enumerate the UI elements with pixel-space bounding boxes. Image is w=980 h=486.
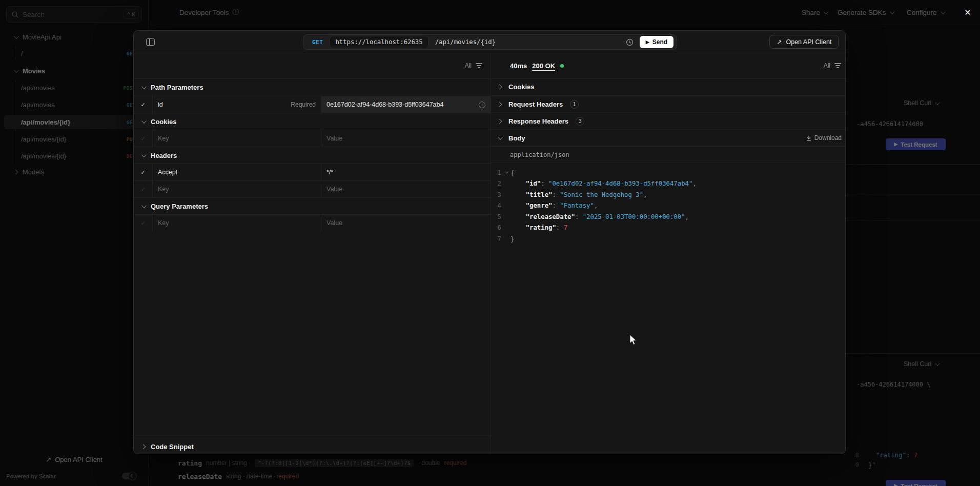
section-headers[interactable]: Headers bbox=[134, 147, 491, 164]
row-checkbox-unchecked[interactable]: ✓ bbox=[134, 181, 152, 197]
chevron-right-icon bbox=[497, 85, 502, 90]
section-body[interactable]: Body Download bbox=[491, 129, 846, 146]
fold-chevron-icon[interactable] bbox=[501, 171, 511, 174]
section-title: Code Snippet bbox=[151, 443, 194, 451]
send-button[interactable]: ▶ Send bbox=[640, 36, 673, 48]
method-badge-get: GET bbox=[303, 39, 330, 46]
section-response-headers[interactable]: Response Headers 3 bbox=[491, 112, 846, 129]
param-key-cell[interactable]: Key bbox=[152, 130, 321, 147]
close-icon[interactable]: ✕ bbox=[957, 0, 978, 25]
row-checkbox-checked[interactable]: ✓ bbox=[134, 164, 152, 180]
filter-icon bbox=[834, 63, 841, 68]
param-value-cell[interactable]: */* bbox=[321, 164, 491, 180]
param-value-cell[interactable]: Value bbox=[321, 181, 491, 197]
section-title: Query Parameters bbox=[151, 202, 208, 210]
param-key-cell[interactable]: Accept bbox=[152, 164, 321, 180]
param-value: */* bbox=[326, 169, 333, 176]
section-cookies[interactable]: Cookies bbox=[134, 113, 491, 130]
section-title: Path Parameters bbox=[151, 84, 203, 91]
section-title: Response Headers bbox=[508, 117, 568, 125]
address-bar[interactable]: GET https://localhost:62635 /api/movies/… bbox=[303, 34, 677, 50]
request-filter[interactable]: All bbox=[134, 53, 491, 78]
code-line: 3 "title": "Sonic the Hedgehog 3", bbox=[491, 189, 846, 200]
status-badge[interactable]: 200 OK bbox=[532, 62, 555, 70]
param-value-cell[interactable]: 0e167d02-af94-4d68-b393-d5ff03647ab4 i bbox=[321, 96, 491, 113]
response-body-code: 1{2 "id": "0e167d02-af94-4d68-b393-d5ff0… bbox=[491, 167, 846, 245]
open-api-client-button[interactable]: ↗ Open API Client bbox=[769, 35, 839, 49]
chevron-right-icon bbox=[497, 102, 502, 107]
param-key-cell[interactable]: Key bbox=[152, 215, 321, 231]
section-path-parameters[interactable]: Path Parameters bbox=[134, 79, 491, 96]
chevron-down-icon bbox=[141, 203, 147, 208]
code-line: 2 "id": "0e167d02-af94-4d68-b393-d5ff036… bbox=[491, 178, 846, 190]
section-title: Cookies bbox=[508, 83, 535, 91]
key-placeholder: Key bbox=[158, 135, 169, 142]
section-code-snippet[interactable]: Code Snippet bbox=[134, 438, 491, 454]
response-meta-bar: 40ms 200 OK All bbox=[491, 53, 846, 78]
required-label: Required bbox=[291, 101, 316, 108]
code-line: 7} bbox=[491, 233, 846, 245]
play-icon: ▶ bbox=[646, 40, 649, 45]
value-placeholder: Value bbox=[326, 219, 342, 227]
param-value: 0e167d02-af94-4d68-b393-d5ff03647ab4 bbox=[326, 101, 443, 108]
count-badge: 1 bbox=[570, 100, 579, 109]
key-placeholder: Key bbox=[158, 186, 169, 193]
info-icon[interactable]: i bbox=[479, 102, 485, 108]
code-line: 1{ bbox=[491, 167, 846, 178]
open-api-client-label: Open API Client bbox=[786, 38, 831, 46]
section-title: Body bbox=[508, 134, 525, 142]
filter-all-label: All bbox=[824, 62, 830, 69]
section-request-headers[interactable]: Request Headers 1 bbox=[491, 95, 846, 112]
request-toolbar: GET https://localhost:62635 /api/movies/… bbox=[134, 31, 845, 53]
response-filter[interactable]: All bbox=[824, 62, 841, 69]
history-icon[interactable] bbox=[626, 38, 634, 46]
api-client-modal: GET https://localhost:62635 /api/movies/… bbox=[133, 30, 846, 454]
path-field[interactable]: /api/movies/{id} bbox=[435, 38, 496, 46]
section-title: Cookies bbox=[151, 118, 177, 126]
param-key: id bbox=[158, 101, 163, 108]
value-placeholder: Value bbox=[326, 135, 342, 142]
code-line: 4 "genre": "Fantasy", bbox=[491, 200, 846, 212]
filter-icon bbox=[476, 63, 482, 68]
section-query-parameters[interactable]: Query Parameters bbox=[134, 197, 491, 214]
param-row-empty: ✓ Key Value bbox=[134, 214, 491, 231]
content-type-label: application/json bbox=[491, 146, 846, 163]
base-url-field[interactable]: https://localhost:62635 bbox=[330, 36, 428, 48]
param-key-cell[interactable]: Key bbox=[152, 181, 321, 197]
param-value-cell[interactable]: Value bbox=[321, 215, 491, 231]
key-placeholder: Key bbox=[158, 219, 169, 227]
param-key: Accept bbox=[158, 169, 177, 176]
param-value-cell[interactable]: Value bbox=[321, 130, 491, 147]
chevron-down-icon bbox=[498, 135, 503, 140]
row-checkbox-checked[interactable]: ✓ bbox=[134, 96, 152, 113]
row-checkbox-unchecked[interactable]: ✓ bbox=[134, 130, 152, 147]
param-row-id: ✓ id Required 0e167d02-af94-4d68-b393-d5… bbox=[134, 96, 491, 113]
param-key-cell[interactable]: id Required bbox=[152, 96, 321, 113]
sidebar-toggle-icon[interactable] bbox=[146, 38, 155, 46]
section-title: Headers bbox=[151, 152, 177, 159]
chevron-right-icon bbox=[497, 118, 502, 124]
section-title: Request Headers bbox=[508, 100, 563, 108]
code-line: 6 "rating": 7 bbox=[491, 222, 846, 234]
status-dot-icon bbox=[560, 64, 564, 68]
filter-all-label: All bbox=[465, 62, 472, 69]
request-pane: All Path Parameters ✓ id Required 0e167d… bbox=[134, 53, 491, 454]
param-row-empty: ✓ Key Value bbox=[134, 130, 491, 147]
chevron-down-icon bbox=[141, 152, 147, 157]
chevron-down-icon bbox=[141, 84, 147, 89]
external-link-icon: ↗ bbox=[777, 38, 782, 46]
param-row-accept: ✓ Accept */* bbox=[134, 164, 491, 180]
count-badge: 3 bbox=[576, 117, 584, 126]
app-root: Developer Tools ⓘ Share Generate SDKs Co… bbox=[0, 0, 980, 486]
chevron-down-icon bbox=[141, 118, 147, 124]
download-button[interactable]: Download bbox=[806, 134, 846, 141]
row-checkbox-unchecked[interactable]: ✓ bbox=[134, 215, 152, 231]
download-icon bbox=[806, 135, 811, 141]
section-response-cookies[interactable]: Cookies bbox=[491, 78, 846, 95]
send-label: Send bbox=[652, 38, 667, 46]
value-placeholder: Value bbox=[326, 186, 342, 193]
param-row-empty: ✓ Key Value bbox=[134, 180, 491, 197]
code-line: 5 "releaseDate": "2025-01-03T00:00:00+00… bbox=[491, 211, 846, 222]
response-pane: 40ms 200 OK All Cookies Request Headers … bbox=[491, 53, 846, 454]
download-label: Download bbox=[814, 134, 842, 141]
